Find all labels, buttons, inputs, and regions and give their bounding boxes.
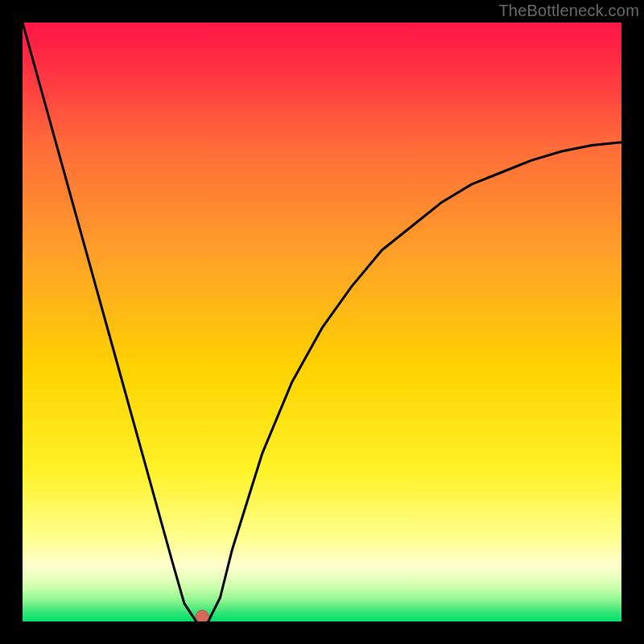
chart-frame: TheBottleneck.com	[0, 0, 644, 644]
chart-svg	[23, 23, 621, 621]
optimum-marker	[196, 610, 208, 621]
plot-area	[23, 23, 621, 621]
gradient-background	[23, 23, 621, 621]
watermark-text: TheBottleneck.com	[498, 2, 639, 20]
